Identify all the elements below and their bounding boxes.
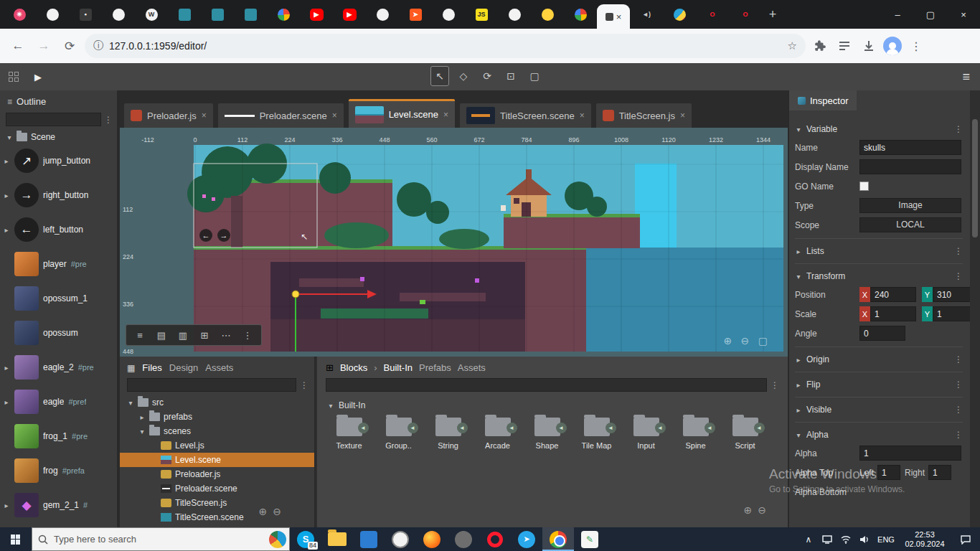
section-menu-icon[interactable]: ⋮ (954, 124, 963, 134)
tab-close-icon[interactable]: × (202, 110, 207, 121)
position-y-input[interactable] (933, 287, 970, 302)
outline-item[interactable]: ▸ eagle #pref (0, 385, 117, 419)
type-button[interactable]: Image (859, 198, 961, 213)
downloads-icon[interactable] (859, 36, 879, 56)
scene-tool-button[interactable]: ⟳ (478, 66, 496, 86)
zoom-in-icon[interactable]: ⊕ (259, 506, 268, 517)
tab-files[interactable]: Files (142, 362, 161, 373)
address-bar[interactable]: ⓘ 127.0.0.1:1959/editor/ ☆ (85, 34, 806, 58)
notification-center-icon[interactable] (951, 527, 980, 551)
scale-x-input[interactable] (870, 306, 916, 321)
caret-down-icon[interactable]: ▾ (795, 126, 802, 133)
extensions-icon[interactable] (810, 36, 830, 56)
scene-tab[interactable]: Preloader.js × (124, 103, 213, 128)
angle-input[interactable] (859, 326, 905, 341)
outline-root-row[interactable]: ▾ Scene (0, 131, 117, 143)
tab-close-icon[interactable]: × (443, 110, 448, 120)
caret-icon[interactable]: ▸ (3, 364, 10, 372)
tray-volume-icon[interactable] (855, 527, 874, 551)
outline-item[interactable]: ▸ ← left_button (0, 212, 117, 247)
outline-item[interactable]: ▸ ↗ jump_button (0, 143, 117, 178)
outline-search-input[interactable] (6, 113, 101, 126)
block-item[interactable]: ◄ Tile Map (572, 415, 621, 450)
zoom-out-icon[interactable]: ⊖ (273, 506, 281, 517)
browser-tab[interactable]: ▶ (300, 0, 333, 29)
browser-tab[interactable] (564, 0, 597, 29)
browser-tab[interactable] (267, 0, 300, 29)
display-name-input[interactable] (859, 159, 961, 174)
editor-menu-icon[interactable]: ≡ (962, 70, 970, 85)
browser-tab[interactable] (168, 0, 201, 29)
browser-tab[interactable]: ➤ (399, 0, 432, 29)
files-menu-icon[interactable]: ⋮ (300, 380, 308, 390)
zoom-out-icon[interactable]: ⊖ (758, 504, 766, 516)
caret-right-icon[interactable]: ▸ (795, 248, 802, 255)
section-variable[interactable]: ▾ Variable ⋮ (795, 121, 963, 138)
canvas-tool-icon[interactable]: ⋮ (238, 330, 257, 341)
blocks-search-input[interactable] (326, 378, 767, 392)
outline-item[interactable]: player #pre (0, 247, 117, 281)
profile-avatar[interactable] (883, 37, 902, 55)
tab-built-in[interactable]: Built-In (384, 362, 413, 373)
search-highlight-parrot-icon[interactable] (269, 531, 286, 548)
outline-item[interactable]: frog_1 #pre (0, 419, 117, 453)
block-item[interactable]: ◄ Arcade (473, 415, 522, 450)
name-input[interactable] (859, 140, 961, 155)
tab-close-icon[interactable]: × (580, 110, 585, 121)
caret-icon[interactable]: ▸ (3, 501, 10, 509)
section-flip[interactable]: ▸ Flip ⋮ (795, 376, 963, 393)
browser-tab[interactable]: O (696, 0, 729, 29)
back-button[interactable]: ← (7, 35, 29, 57)
canvas-tool-icon[interactable]: ≡ (131, 330, 149, 341)
scene-tab[interactable]: Preloader.scene × (218, 103, 344, 128)
go-name-checkbox[interactable] (859, 182, 869, 191)
taskbar-icon-chrome[interactable] (542, 527, 574, 551)
taskbar-search[interactable]: Type here to search (32, 527, 290, 551)
browser-tab[interactable]: ✳ (3, 0, 36, 29)
caret-right-icon[interactable]: ▸ (795, 381, 802, 389)
zoom-out-icon[interactable]: ⊖ (741, 335, 750, 347)
play-button[interactable]: ▶ (34, 72, 42, 83)
canvas-tool-icon[interactable]: ⋯ (217, 330, 235, 341)
section-menu-icon[interactable]: ⋮ (954, 430, 963, 440)
browser-tab[interactable]: ◄) (630, 0, 663, 29)
built-in-section-header[interactable]: ▾ Built-In (317, 395, 788, 415)
caret-icon[interactable]: ▸ (3, 398, 10, 406)
block-item[interactable]: ◄ Shape (522, 415, 572, 450)
zoom-in-icon[interactable]: ⊕ (744, 504, 753, 516)
block-item[interactable]: ◄ Texture (324, 415, 374, 450)
block-item[interactable]: ◄ Group.. (374, 415, 423, 450)
browser-tab[interactable] (36, 0, 69, 29)
tab-assets[interactable]: Assets (458, 362, 486, 373)
position-x-input[interactable] (870, 287, 916, 302)
browser-tab[interactable] (498, 0, 531, 29)
caret-down-icon[interactable]: ▾ (327, 402, 334, 410)
zoom-fit-icon[interactable]: ▢ (758, 335, 768, 347)
section-alpha[interactable]: ▾ Alpha ⋮ (795, 426, 963, 443)
tab-prefabs[interactable]: Prefabs (419, 362, 451, 373)
outline-search-menu-icon[interactable]: ⋮ (104, 115, 113, 125)
section-lists[interactable]: ▸ Lists ⋮ (795, 242, 963, 260)
file-tree-item[interactable]: Preloader.scene (120, 481, 314, 496)
reload-button[interactable]: ⟳ (59, 35, 80, 57)
browser-tab[interactable] (102, 0, 135, 29)
file-tree-item[interactable]: ▾ src (120, 395, 314, 410)
taskbar-icon-store[interactable] (353, 527, 385, 551)
outline-item[interactable]: opossum (0, 316, 117, 350)
caret-down-icon[interactable]: ▾ (6, 133, 13, 141)
browser-tab[interactable] (663, 0, 696, 29)
canvas-tool-icon[interactable]: ⊞ (195, 330, 214, 341)
browser-tab[interactable]: ▪ (69, 0, 102, 29)
scene-tool-button[interactable]: ↖ (430, 66, 449, 86)
taskbar-icon-file-explorer[interactable] (321, 527, 353, 551)
bookmark-star-icon[interactable]: ☆ (788, 39, 797, 52)
outline-item[interactable]: ▸ eagle_2 #pre (0, 350, 117, 385)
canvas-tool-icon[interactable]: ▥ (174, 330, 192, 341)
window-close-button[interactable]: × (947, 0, 980, 29)
block-item[interactable]: ◄ String (423, 415, 473, 450)
forward-button[interactable]: → (33, 35, 55, 57)
canvas-tool-icon[interactable]: ▤ (152, 330, 171, 341)
caret-down-icon[interactable]: ▾ (795, 273, 802, 281)
taskbar-clock[interactable]: 22:53 02.09.2024 (898, 530, 951, 549)
section-menu-icon[interactable]: ⋮ (954, 354, 963, 364)
